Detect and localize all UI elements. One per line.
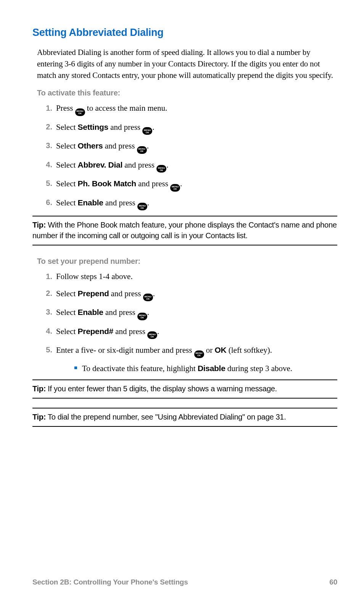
- step-text: Press: [56, 103, 75, 113]
- step-bold: Ph. Book Match: [78, 179, 136, 188]
- step-text: Select: [56, 327, 78, 336]
- menu-ok-icon: MENUOK: [75, 108, 85, 116]
- sub-text: To deactivate this feature, highlight: [82, 364, 198, 373]
- sub-list: To deactivate this feature, highlight Di…: [74, 363, 337, 374]
- period: .: [157, 327, 159, 336]
- step-text: (left softkey).: [226, 345, 272, 355]
- step-bold: Enable: [78, 308, 103, 316]
- step-text: to access the main menu.: [85, 103, 168, 113]
- menu-ok-icon: MENUOK: [170, 184, 180, 192]
- tip-box: Tip: To dial the prepend number, see "Us…: [32, 408, 337, 427]
- step-text: Select: [56, 160, 78, 170]
- sub-text: during step 3 above.: [225, 364, 293, 373]
- tip-box: Tip: If you enter fewer than 5 digits, t…: [32, 379, 337, 399]
- step-text: Follow steps 1-4 above.: [56, 272, 133, 281]
- step-text: or: [204, 345, 215, 355]
- step-text: and press: [136, 179, 170, 188]
- step-text: and press: [113, 327, 147, 336]
- step-text: Select: [56, 123, 78, 132]
- tip-text: If you enter fewer than 5 digits, the di…: [46, 384, 277, 393]
- step-bold: Abbrev. Dial: [78, 160, 122, 169]
- period: .: [147, 308, 149, 317]
- menu-ok-icon: MENUOK: [137, 313, 147, 320]
- menu-ok-icon: MENUOK: [156, 165, 166, 173]
- step-text: Select: [56, 289, 78, 298]
- menu-ok-icon: MENUOK: [137, 146, 147, 154]
- step-text: and press: [122, 160, 156, 170]
- tip-text: To dial the prepend number, see "Using A…: [46, 413, 286, 421]
- step-bold: Enable: [78, 198, 103, 207]
- step-item: Select Enable and press MENUOK.: [37, 307, 337, 320]
- step-item: Select Abbrev. Dial and press MENUOK.: [37, 159, 337, 173]
- step-text: and press: [109, 289, 143, 298]
- tip-text: With the Phone Book match feature, your …: [32, 221, 337, 240]
- step-bold: OK: [215, 345, 227, 354]
- tip-label: Tip:: [32, 221, 46, 229]
- step-text: Select: [56, 198, 78, 207]
- step-text: and press: [108, 123, 142, 132]
- page-footer: Section 2B: Controlling Your Phone's Set…: [32, 578, 337, 586]
- intro-paragraph: Abbreviated Dialing is another form of s…: [37, 47, 337, 81]
- tip-label: Tip:: [32, 384, 46, 393]
- step-bold: Prepend#: [78, 327, 113, 336]
- step-text: Select: [56, 308, 78, 317]
- step-item: Select Enable and press MENUOK.: [37, 197, 337, 211]
- step-text: and press: [103, 141, 137, 150]
- step-text: Select: [56, 179, 78, 188]
- activate-subheading: To activate this feature:: [37, 89, 337, 97]
- menu-ok-icon: MENUOK: [142, 127, 152, 135]
- period: .: [152, 123, 154, 132]
- step-bold: Prepend: [78, 289, 109, 298]
- step-item: Select Ph. Book Match and press MENUOK.: [37, 178, 337, 192]
- step-text: Select: [56, 141, 78, 150]
- prepend-steps-list: Follow steps 1-4 above. Select Prepend a…: [37, 271, 337, 374]
- step-item: Press MENUOK to access the main menu.: [37, 103, 337, 116]
- sub-bold: Disable: [198, 364, 225, 373]
- section-heading: Setting Abbreviated Dialing: [32, 27, 337, 39]
- step-bold: Others: [78, 141, 103, 150]
- menu-ok-icon: MENUOK: [137, 203, 147, 210]
- menu-ok-icon: MENUOK: [194, 350, 204, 358]
- tip-label: Tip:: [32, 413, 46, 421]
- step-text: and press: [103, 198, 137, 207]
- footer-page-number: 60: [329, 578, 337, 586]
- footer-section-title: Section 2B: Controlling Your Phone's Set…: [32, 578, 188, 586]
- step-item: Select Others and press MENUOK.: [37, 140, 337, 154]
- activate-steps-list: Press MENUOK to access the main menu. Se…: [37, 103, 337, 210]
- step-text: Enter a five- or six-digit number and pr…: [56, 345, 194, 355]
- prepend-subheading: To set your prepend number:: [37, 257, 337, 266]
- period: .: [153, 289, 155, 298]
- step-item: Follow steps 1-4 above.: [37, 271, 337, 282]
- step-item: Enter a five- or six-digit number and pr…: [37, 344, 337, 374]
- step-text: and press: [103, 308, 137, 317]
- step-item: Select Prepend and press MENUOK.: [37, 288, 337, 302]
- step-item: Select Prepend# and press MENUOK.: [37, 326, 337, 339]
- period: .: [180, 179, 182, 188]
- manual-page: Setting Abbreviated Dialing Abbreviated …: [0, 0, 364, 607]
- step-bold: Settings: [78, 123, 108, 131]
- menu-ok-icon: MENUOK: [143, 294, 153, 301]
- tip-box: Tip: With the Phone Book match feature, …: [32, 216, 337, 245]
- period: .: [147, 198, 149, 207]
- menu-ok-icon: MENUOK: [147, 331, 157, 339]
- period: .: [166, 160, 168, 170]
- step-item: Select Settings and press MENUOK.: [37, 121, 337, 135]
- period: .: [147, 141, 149, 150]
- sub-item: To deactivate this feature, highlight Di…: [74, 363, 337, 374]
